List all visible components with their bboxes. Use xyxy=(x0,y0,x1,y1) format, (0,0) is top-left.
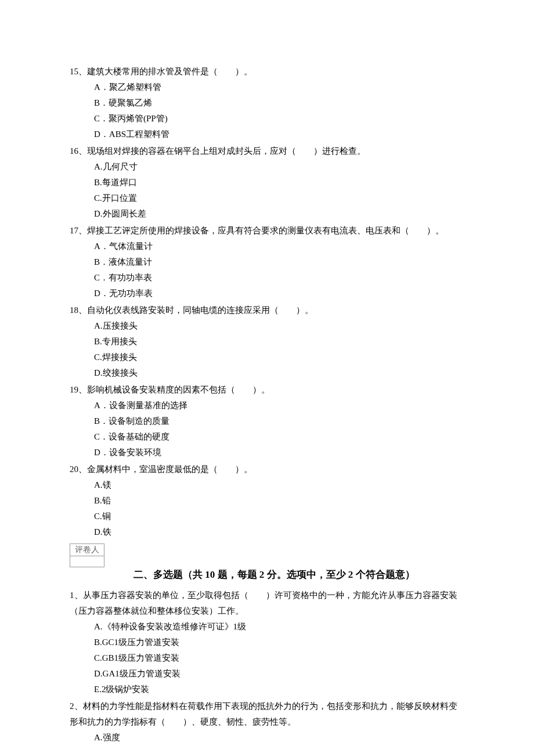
multi-question-1: 1、从事压力容器安装的单位，至少取得包括（ ）许可资格中的一种，方能允许从事压力… xyxy=(70,588,464,697)
question-19: 19、影响机械设备安装精度的因素不包括（ ）。 A．设备测量基准的选择 B．设备… xyxy=(70,382,464,460)
option-b: B.GC1级压力管道安装 xyxy=(70,635,464,650)
question-text: 16、现场组对焊接的容器在钢平台上组对成封头后，应对（ ）进行检查。 xyxy=(70,143,464,159)
question-text: 20、金属材料中，室温密度最低的是（ ）。 xyxy=(70,462,464,477)
option-b: B．设备制造的质量 xyxy=(70,413,464,429)
q-num: 2 xyxy=(70,701,74,711)
option-d: D.GA1级压力管道安装 xyxy=(70,666,464,682)
question-16: 16、现场组对焊接的容器在钢平台上组对成封头后，应对（ ）进行检查。 A.几何尺… xyxy=(70,143,464,222)
option-b: B.每道焊口 xyxy=(70,175,464,190)
question-text: 19、影响机械设备安装精度的因素不包括（ ）。 xyxy=(70,382,464,398)
question-17: 17、焊接工艺评定所使用的焊接设备，应具有符合要求的测量仪表有电流表、电压表和（… xyxy=(70,223,464,301)
q-stem: 、现场组对焊接的容器在钢平台上组对成封头后，应对（ ）进行检查。 xyxy=(78,146,366,156)
option-b: B．液体流量计 xyxy=(70,254,464,270)
q-stem: 、材料的力学性能是指材料在荷载作用下表现的抵抗外力的行为，包括变形和抗力，能够反… xyxy=(70,701,457,726)
option-d: D．ABS工程塑料管 xyxy=(70,127,464,142)
q-num: 20 xyxy=(70,465,78,474)
option-a: A.强度 xyxy=(70,730,464,746)
q-num: 15 xyxy=(70,67,78,76)
q-num: 16 xyxy=(70,146,78,156)
multi-question-2: 2、材料的力学性能是指材料在荷载作用下表现的抵抗外力的行为，包括变形和抗力，能够… xyxy=(70,699,464,746)
q-num: 18 xyxy=(70,305,78,315)
q-num: 17 xyxy=(70,226,78,235)
option-d: D．无功功率表 xyxy=(70,286,464,301)
q-num: 19 xyxy=(70,385,78,394)
q-stem: 、建筑大楼常用的排水管及管件是（ ）。 xyxy=(78,67,252,76)
option-a: A.压接接头 xyxy=(70,318,464,334)
question-text: 17、焊接工艺评定所使用的焊接设备，应具有符合要求的测量仪表有电流表、电压表和（… xyxy=(70,223,464,239)
q-stem: 、金属材料中，室温密度最低的是（ ）。 xyxy=(78,465,252,474)
question-20: 20、金属材料中，室温密度最低的是（ ）。 A.镁 B.铅 C.铜 D.铁 xyxy=(70,462,464,540)
option-d: D．设备安装环境 xyxy=(70,445,464,460)
grader-box: 评卷人 xyxy=(70,543,104,567)
option-c: C.铜 xyxy=(70,509,464,524)
q-stem: 、自动化仪表线路安装时，同轴电缆的连接应采用（ ）。 xyxy=(78,305,313,315)
option-e: E.2级锅炉安装 xyxy=(70,682,464,697)
option-d: D.外圆周长差 xyxy=(70,206,464,222)
question-text: 18、自动化仪表线路安装时，同轴电缆的连接应采用（ ）。 xyxy=(70,303,464,318)
option-d: D.铁 xyxy=(70,524,464,540)
option-b: B.铅 xyxy=(70,493,464,509)
option-a: A.《特种设备安装改造维修许可证》1级 xyxy=(70,619,464,635)
option-a: A.镁 xyxy=(70,477,464,493)
option-c: C．聚丙烯管(PP管) xyxy=(70,111,464,127)
option-c: C.焊接接头 xyxy=(70,350,464,365)
option-a: A.几何尺寸 xyxy=(70,159,464,175)
option-c: C.GB1级压力管道安装 xyxy=(70,650,464,666)
option-b: B．硬聚氯乙烯 xyxy=(70,95,464,111)
option-b: B.专用接头 xyxy=(70,334,464,350)
question-15: 15、建筑大楼常用的排水管及管件是（ ）。 A．聚乙烯塑料管 B．硬聚氯乙烯 C… xyxy=(70,64,464,142)
question-text: 2、材料的力学性能是指材料在荷载作用下表现的抵抗外力的行为，包括变形和抗力，能够… xyxy=(70,699,464,730)
option-a: A．设备测量基准的选择 xyxy=(70,398,464,413)
q-stem: 、影响机械设备安装精度的因素不包括（ ）。 xyxy=(78,385,270,394)
question-text: 15、建筑大楼常用的排水管及管件是（ ）。 xyxy=(70,64,464,80)
grader-empty xyxy=(70,556,104,567)
option-c: C．设备基础的硬度 xyxy=(70,429,464,445)
section-2-header: 二、多选题（共 10 题，每题 2 分。选项中，至少 2 个符合题意） xyxy=(134,566,464,584)
q-num: 1 xyxy=(70,591,74,600)
option-c: C.开口位置 xyxy=(70,190,464,206)
option-c: C．有功功率表 xyxy=(70,270,464,286)
option-a: A．聚乙烯塑料管 xyxy=(70,80,464,95)
option-d: D.绞接接头 xyxy=(70,365,464,381)
q-stem: 、从事压力容器安装的单位，至少取得包括（ ）许可资格中的一种，方能允许从事压力容… xyxy=(70,591,457,615)
option-a: A．气体流量计 xyxy=(70,239,464,254)
question-text: 1、从事压力容器安装的单位，至少取得包括（ ）许可资格中的一种，方能允许从事压力… xyxy=(70,588,464,619)
grader-label: 评卷人 xyxy=(70,544,104,556)
q-stem: 、焊接工艺评定所使用的焊接设备，应具有符合要求的测量仪表有电流表、电压表和（ ）… xyxy=(78,226,444,235)
question-18: 18、自动化仪表线路安装时，同轴电缆的连接应采用（ ）。 A.压接接头 B.专用… xyxy=(70,303,464,381)
